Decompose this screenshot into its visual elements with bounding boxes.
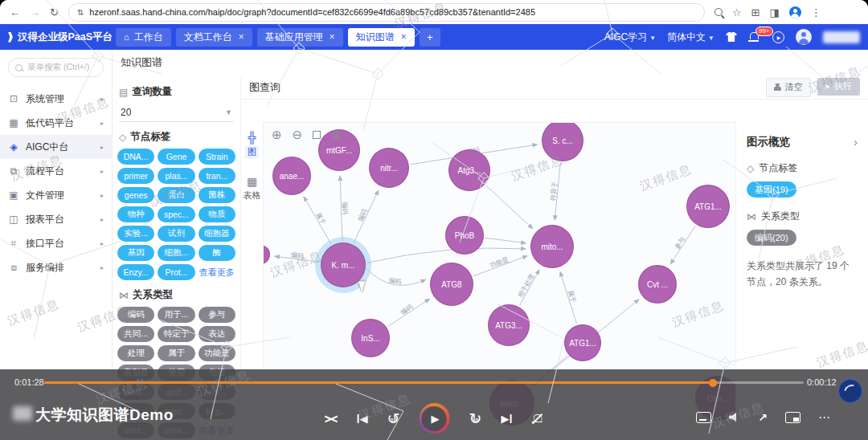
graph-node-ins[interactable]: InS...: [351, 319, 390, 357]
node-tag-pill[interactable]: spec...: [158, 206, 194, 222]
tab-base-app-management[interactable]: 基础应用管理×: [257, 28, 343, 47]
node-tag-pill[interactable]: 实验...: [117, 226, 154, 242]
view-more-node-tags[interactable]: 查看更多: [199, 264, 235, 280]
next-button[interactable]: ▶: [501, 414, 511, 424]
graph-node-nitr[interactable]: nitr...: [369, 148, 409, 188]
aigc-learn-menu[interactable]: AIGC学习▼: [604, 31, 656, 44]
sidebar-item-lowcode[interactable]: ▦低代码平台▸: [0, 111, 112, 135]
subtitles-icon[interactable]: [696, 412, 711, 423]
theme-icon[interactable]: [726, 32, 737, 42]
chevron-right-icon[interactable]: ›: [854, 136, 858, 149]
table-view-icon[interactable]: ▦: [247, 176, 257, 187]
graph-node-phob[interactable]: PhoB: [445, 216, 484, 255]
previous-button[interactable]: ◀: [358, 414, 368, 424]
node-tag-pill[interactable]: 细胞器: [199, 226, 235, 242]
forward-icon[interactable]: →: [30, 7, 40, 18]
relation-tag-pill[interactable]: 用于...: [158, 307, 194, 323]
menu-dots-icon[interactable]: ⋮: [811, 7, 821, 18]
tab-doc-workbench[interactable]: 文档工作台×: [176, 28, 252, 47]
zoom-icon[interactable]: [714, 8, 723, 16]
graph-node-mito[interactable]: mito...: [530, 225, 574, 268]
node-tag-pill[interactable]: 物种: [117, 206, 154, 222]
graph-view-tab[interactable]: 图: [245, 145, 259, 159]
picture-in-picture-icon[interactable]: [785, 412, 800, 423]
close-tab-icon[interactable]: ×: [401, 31, 407, 43]
graph-node-km[interactable]: K. m...: [321, 242, 366, 287]
node-tag-pill[interactable]: Gene: [158, 149, 194, 165]
node-tag-pill[interactable]: genes: [117, 187, 154, 203]
address-bar[interactable]: ⇅ hzeronf.saas.hand-china.com/haip/doc/g…: [68, 3, 705, 22]
play-button[interactable]: ▶: [420, 403, 450, 434]
node-tag-pill[interactable]: tran...: [199, 168, 235, 184]
node-tag-pill[interactable]: primer: [117, 168, 154, 184]
node-tag-pill[interactable]: 细胞...: [158, 245, 194, 261]
close-tab-icon[interactable]: ×: [239, 31, 244, 43]
zoom-out-icon[interactable]: ⊖: [293, 128, 303, 141]
node-tag-pill[interactable]: Prot...: [158, 264, 194, 280]
layout-icon[interactable]: ≣: [331, 128, 342, 141]
sidebar-item-system[interactable]: ⊡系统管理▸: [0, 87, 112, 111]
node-tag-pill[interactable]: plas...: [158, 168, 194, 184]
relation-tag-pill[interactable]: 编码: [117, 307, 154, 323]
node-tag-pill[interactable]: DNA...: [117, 149, 154, 165]
sidebar-item-interface[interactable]: ⌗接口平台▸: [0, 231, 112, 255]
graph-node-atg1r[interactable]: ATG1...: [686, 185, 730, 228]
rewind-10-button[interactable]: ↺10: [387, 411, 400, 426]
new-tab-button[interactable]: +: [420, 28, 440, 47]
table-view-tab[interactable]: 表格: [244, 189, 261, 202]
graph-node-atg1b[interactable]: ATG1...: [564, 324, 601, 361]
node-tag-pill[interactable]: 菌株: [199, 187, 235, 203]
overview-node-pill[interactable]: 基因(19): [747, 181, 796, 198]
node-tag-pill[interactable]: 物质: [199, 206, 235, 222]
language-menu[interactable]: 简体中文▼: [667, 31, 714, 44]
extensions-icon[interactable]: ⊞: [751, 7, 760, 18]
query-count-select[interactable]: 20 ▼: [119, 104, 234, 122]
bell-off-icon[interactable]: [530, 413, 543, 425]
site-settings-icon[interactable]: ⇅: [77, 8, 84, 17]
graph-view-icon[interactable]: ╬: [248, 132, 256, 143]
tab-knowledge-graph[interactable]: 知识图谱×: [348, 28, 415, 47]
relation-tag-pill[interactable]: 处理: [117, 345, 154, 361]
graph-node-atg3b[interactable]: ATG3...: [488, 304, 530, 346]
bookmark-star-icon[interactable]: ☆: [732, 7, 742, 18]
graph-node-atg3t[interactable]: Atg3...: [448, 149, 490, 191]
profile-icon[interactable]: [789, 6, 801, 18]
relation-tag-pill[interactable]: 特定于: [158, 326, 194, 342]
graph-query-input[interactable]: [241, 100, 868, 123]
sidebar-item-process[interactable]: ⧉流程平台▸: [0, 159, 112, 183]
video-progress-track[interactable]: [44, 381, 804, 384]
clear-button[interactable]: 清空: [766, 78, 811, 97]
node-tag-pill[interactable]: Strain: [199, 149, 235, 165]
volume-icon[interactable]: [729, 413, 740, 422]
run-button[interactable]: ▶ 执行: [817, 78, 860, 96]
node-tag-pill[interactable]: 酶: [199, 245, 235, 261]
sidebar-item-report[interactable]: ◫报表平台▸: [0, 207, 112, 231]
overview-relation-pill[interactable]: 编码(20): [747, 230, 796, 246]
zoom-in-icon[interactable]: ⊕: [272, 128, 282, 141]
more-options-icon[interactable]: ⋯: [818, 411, 831, 423]
sidebar-item-file[interactable]: ▣文件管理▸: [0, 183, 112, 207]
shuffle-icon[interactable]: [325, 414, 338, 424]
notifications-bell-icon[interactable]: 99+: [748, 31, 761, 43]
graph-node-atg8[interactable]: ATG8: [430, 263, 473, 306]
fullscreen-icon[interactable]: ↗: [758, 412, 768, 423]
menu-search-input[interactable]: 菜单搜索 (Ctrl+/): [8, 58, 104, 77]
guide-play-icon[interactable]: ▶: [772, 31, 784, 43]
relation-tag-pill[interactable]: 共同...: [117, 326, 154, 342]
sidebar-item-orchestration[interactable]: ⧈服务编排▸: [0, 255, 112, 279]
sidebar-item-aigc[interactable]: ◈AIGC中台▸: [0, 135, 112, 159]
graph-node-anae[interactable]: anae...: [272, 157, 311, 195]
side-panel-icon[interactable]: ◨: [769, 7, 779, 18]
relation-tag-pill[interactable]: 功能是: [199, 345, 235, 361]
node-tag-pill[interactable]: 试剂: [158, 226, 194, 242]
back-icon[interactable]: ←: [10, 7, 20, 18]
fit-view-icon[interactable]: [313, 131, 321, 139]
video-scrubber[interactable]: [709, 379, 717, 387]
relation-tag-pill[interactable]: 表达: [199, 326, 235, 342]
node-tag-pill[interactable]: 基因: [117, 245, 154, 261]
relation-tag-pill[interactable]: 属于: [158, 345, 194, 361]
node-tag-pill[interactable]: Enzy...: [117, 264, 154, 280]
reload-icon[interactable]: ↻: [50, 7, 59, 18]
user-avatar[interactable]: [796, 29, 812, 45]
graph-node-cvt[interactable]: Cvt ...: [638, 265, 677, 304]
